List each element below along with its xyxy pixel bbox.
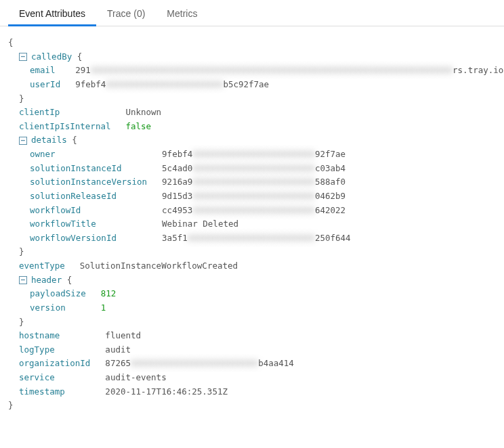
- key-header[interactable]: header: [31, 273, 62, 288]
- key-owner[interactable]: owner: [30, 149, 56, 159]
- key-solutionInstanceVersion[interactable]: solutionInstanceVersion: [30, 177, 147, 187]
- key-service[interactable]: service: [19, 372, 55, 382]
- key-hostname[interactable]: hostname: [19, 330, 60, 340]
- key-clientIp[interactable]: clientIp: [19, 107, 60, 117]
- value-userId: 9febf4XXXXXXXXXXXXXXXXXXXXXXXb5c92f7ae: [75, 79, 269, 89]
- value-payloadSize: 812: [101, 288, 117, 298]
- minus-icon[interactable]: −: [19, 53, 27, 61]
- value-workflowVersionId: 3a5f1XXXXXXXXXXXXXXXXXXXXXXXXX250f644: [162, 233, 350, 243]
- value-eventType: SolutionInstanceWorkflowCreated: [80, 261, 238, 271]
- value-service: audit-events: [105, 372, 166, 382]
- tab-event-attributes[interactable]: Event Attributes: [8, 0, 96, 26]
- value-email: 291XXXXXXXXXXXXXXXXXXXXXXXXXXXXXXXXXXXXX…: [75, 65, 503, 75]
- value-version: 1: [101, 303, 106, 313]
- value-organizationId: 87265XXXXXXXXXXXXXXXXXXXXXXXXXb4aa414: [105, 358, 293, 368]
- value-solutionReleaseId: 9d15d3XXXXXXXXXXXXXXXXXXXXXXXX0462b9: [162, 191, 345, 201]
- key-organizationId[interactable]: organizationId: [19, 358, 90, 368]
- key-details[interactable]: details: [31, 133, 67, 148]
- value-workflowId: cc4953XXXXXXXXXXXXXXXXXXXXXXXX642022: [162, 205, 345, 215]
- tabs-bar: Event Attributes Trace (0) Metrics: [0, 0, 504, 26]
- key-solutionInstanceId[interactable]: solutionInstanceId: [30, 163, 121, 173]
- json-close-brace: }: [19, 92, 24, 106]
- value-workflowTitle: Webinar Deleted: [162, 219, 238, 229]
- key-workflowVersionId[interactable]: workflowVersionId: [30, 233, 117, 243]
- key-workflowTitle[interactable]: workflowTitle: [30, 219, 96, 229]
- key-userId[interactable]: userId: [30, 79, 60, 89]
- key-calledBy[interactable]: calledBy: [31, 50, 72, 64]
- key-payloadSize[interactable]: payloadSize: [30, 288, 86, 298]
- key-eventType[interactable]: eventType: [19, 261, 65, 271]
- minus-icon[interactable]: −: [19, 276, 27, 284]
- key-version[interactable]: version: [30, 303, 66, 313]
- minus-icon[interactable]: −: [19, 137, 27, 145]
- json-close-brace: }: [8, 399, 14, 413]
- value-owner: 9febf4XXXXXXXXXXXXXXXXXXXXXXXX92f7ae: [162, 149, 345, 159]
- key-workflowId[interactable]: workflowId: [30, 205, 81, 215]
- key-clientIpIsInternal[interactable]: clientIpIsInternal: [19, 121, 110, 131]
- key-solutionReleaseId[interactable]: solutionReleaseId: [30, 191, 117, 201]
- value-clientIp: Unknown: [125, 107, 161, 117]
- value-hostname: fluentd: [105, 330, 141, 340]
- tab-metrics[interactable]: Metrics: [156, 0, 208, 26]
- value-clientIpIsInternal: false: [125, 121, 151, 131]
- key-email[interactable]: email: [30, 65, 56, 75]
- tab-trace[interactable]: Trace (0): [96, 0, 156, 26]
- json-viewer: { − calledBy { email 291XXXXXXXXXXXXXXXX…: [0, 26, 504, 422]
- key-timestamp[interactable]: timestamp: [19, 386, 65, 397]
- value-solutionInstanceId: 5c4ad0XXXXXXXXXXXXXXXXXXXXXXXXc03ab4: [162, 163, 345, 173]
- value-logType: audit: [105, 344, 131, 355]
- key-logType[interactable]: logType: [19, 344, 55, 355]
- json-open-brace: {: [8, 36, 14, 50]
- value-solutionInstanceVersion: 9216a9XXXXXXXXXXXXXXXXXXXXXXXX588af0: [162, 177, 345, 187]
- json-close-brace: }: [19, 245, 24, 259]
- json-close-brace: }: [19, 315, 24, 330]
- value-timestamp: 2020-11-17T16:46:25.351Z: [105, 386, 228, 397]
